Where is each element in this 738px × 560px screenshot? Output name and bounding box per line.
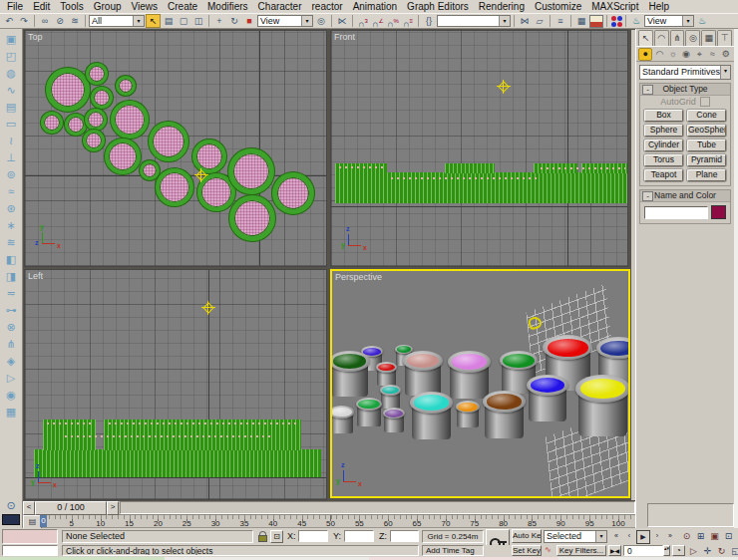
paint-can-topview-9[interactable]: [111, 101, 149, 139]
key-filters-button[interactable]: Key Filters...: [556, 545, 606, 556]
frame-spinner[interactable]: ▴▾: [663, 545, 670, 556]
chevron-down-icon[interactable]: ▾: [682, 16, 693, 26]
paint-can-topview-2[interactable]: [86, 63, 108, 85]
quick-render-icon[interactable]: ♨: [695, 15, 709, 28]
tab-create[interactable]: ↖: [638, 30, 653, 46]
soft-body-collection-icon[interactable]: ◍: [2, 65, 20, 82]
selection-filter-dropdown[interactable]: All▾: [89, 15, 145, 27]
auto-key-button[interactable]: Auto Key: [512, 529, 542, 543]
menu-graph-editors[interactable]: Graph Editors: [402, 0, 474, 13]
time-slider-next-button[interactable]: >: [107, 501, 119, 515]
paint-can-topview-17[interactable]: [229, 195, 275, 241]
cloth-modifier-icon[interactable]: ◧: [2, 251, 20, 268]
collapse-icon[interactable]: -: [642, 85, 653, 95]
deforming-mesh-collection-icon[interactable]: ▤: [2, 99, 20, 116]
next-frame-button[interactable]: ›: [651, 530, 663, 542]
primitive-button-geosphere[interactable]: GeoSphere: [687, 125, 726, 137]
paint-can-topview-8[interactable]: [83, 130, 105, 151]
select-object-icon[interactable]: ↖: [146, 14, 161, 28]
menu-customize[interactable]: Customize: [530, 0, 586, 13]
field-of-view-icon[interactable]: ▷: [687, 545, 700, 557]
menu-tools[interactable]: Tools: [55, 0, 88, 13]
z-coordinate-field[interactable]: [390, 530, 419, 542]
unlink-selection-icon[interactable]: ⊘: [53, 15, 67, 28]
redo-icon[interactable]: ↷: [17, 15, 31, 28]
menu-create[interactable]: Create: [163, 0, 202, 13]
category-space-warps[interactable]: ≈: [706, 48, 718, 61]
autogrid-checkbox[interactable]: [700, 97, 710, 107]
maxscript-listener-magnifier-icon[interactable]: ⊙: [2, 498, 20, 512]
cloth-collection-icon[interactable]: ◰: [2, 48, 20, 65]
menu-reactor[interactable]: reactor: [307, 0, 348, 13]
time-slider-prev-button[interactable]: <: [23, 501, 35, 515]
wireframe-cans-left[interactable]: [34, 449, 321, 477]
schematic-view-icon[interactable]: ▦: [574, 15, 588, 28]
percent-snap-icon[interactable]: ∩%: [386, 15, 400, 28]
category-lights[interactable]: ☼: [667, 48, 679, 61]
menu-modifiers[interactable]: Modifiers: [202, 0, 253, 13]
menu-maxscript[interactable]: MAXScript: [586, 0, 643, 13]
viewport-front-canvas[interactable]: Front zxy: [330, 30, 628, 267]
primitive-button-tube[interactable]: Tube: [687, 140, 726, 151]
category-helpers[interactable]: ⌖: [693, 48, 705, 61]
soft-body-modifier-icon[interactable]: ◨: [2, 268, 20, 285]
arc-rotate-icon[interactable]: ↻: [715, 545, 728, 557]
add-time-tag[interactable]: Add Time Tag: [422, 545, 484, 556]
paint-can-orange-small[interactable]: [456, 401, 480, 428]
zoom-extents-icon[interactable]: ▣: [708, 530, 721, 542]
named-selection-sets-dropdown[interactable]: ▾: [437, 15, 511, 27]
tab-utilities[interactable]: ⊤: [717, 30, 732, 46]
rigid-body-properties-icon[interactable]: ◈: [2, 353, 20, 370]
primitive-button-cone[interactable]: Cone: [687, 110, 726, 122]
material-editor-icon[interactable]: [610, 15, 622, 27]
tab-motion[interactable]: ◎: [685, 30, 700, 46]
water-icon[interactable]: ≋: [2, 234, 20, 251]
chevron-down-icon[interactable]: ▾: [133, 16, 144, 26]
angle-snap-icon[interactable]: ∩∠: [371, 15, 385, 28]
primitive-button-pyramid[interactable]: Pyramid: [687, 154, 726, 166]
select-and-move-icon[interactable]: +: [212, 15, 226, 28]
paint-can-topview-18[interactable]: [272, 172, 314, 214]
paint-can-topview-12[interactable]: [149, 122, 188, 161]
align-icon[interactable]: ▱: [533, 15, 547, 28]
chevron-down-icon[interactable]: ▾: [499, 16, 510, 26]
object-type-rollout-header[interactable]: - Object Type: [640, 84, 730, 96]
menu-group[interactable]: Group: [89, 0, 127, 13]
transform-gizmo[interactable]: [497, 80, 511, 94]
name-and-color-rollout-header[interactable]: - Name and Color: [640, 190, 730, 202]
viewport-top-label[interactable]: Top: [28, 32, 43, 42]
go-to-end-button[interactable]: »: [664, 530, 676, 542]
render-type-dropdown[interactable]: View▾: [644, 15, 694, 27]
menu-character[interactable]: Character: [253, 0, 307, 13]
paint-can-brown[interactable]: [483, 391, 526, 439]
ragdoll-constraint-icon[interactable]: ⋔: [2, 336, 20, 353]
property-editor-icon[interactable]: ▦: [2, 404, 20, 420]
selection-set-dropdown[interactable]: Selected ▾: [544, 530, 607, 543]
listener-window-icon[interactable]: [2, 514, 20, 525]
menu-file[interactable]: File: [2, 0, 28, 13]
rope-collection-icon[interactable]: ∿: [2, 82, 20, 99]
viewport-perspective-label[interactable]: Perspective: [335, 272, 382, 282]
bind-to-space-warp-icon[interactable]: ≋: [68, 15, 82, 28]
set-key-button[interactable]: Set Key: [512, 545, 542, 556]
paint-can-teal-large[interactable]: [410, 392, 453, 440]
absolute-mode-icon[interactable]: ⊡: [270, 530, 283, 543]
primitive-button-teapot[interactable]: Teapot: [644, 169, 683, 181]
menu-rendering[interactable]: Rendering: [474, 0, 530, 13]
reference-coordinate-dropdown[interactable]: View▾: [257, 15, 313, 27]
window-crossing-icon[interactable]: ◫: [191, 15, 205, 28]
category-cameras[interactable]: ◉: [680, 48, 692, 61]
wind-icon[interactable]: ≈: [2, 183, 20, 200]
x-coordinate-field[interactable]: [298, 530, 328, 542]
viewport-perspective-canvas[interactable]: Perspective zxy: [330, 269, 630, 498]
current-frame-marker[interactable]: 0: [40, 515, 47, 527]
chevron-down-icon[interactable]: ▾: [720, 66, 730, 79]
primitive-category-dropdown[interactable]: Standard Primitives ▾: [639, 65, 731, 80]
motor-icon[interactable]: ⊚: [2, 166, 20, 183]
primitive-button-box[interactable]: Box: [644, 110, 683, 122]
paint-can-white-small[interactable]: [330, 406, 354, 434]
viewport-left-label[interactable]: Left: [28, 271, 43, 281]
paint-can-blue-large[interactable]: [527, 375, 568, 422]
time-configuration-button[interactable]: ◔: [672, 545, 685, 556]
maxscript-mini-listener-input[interactable]: [2, 545, 58, 556]
